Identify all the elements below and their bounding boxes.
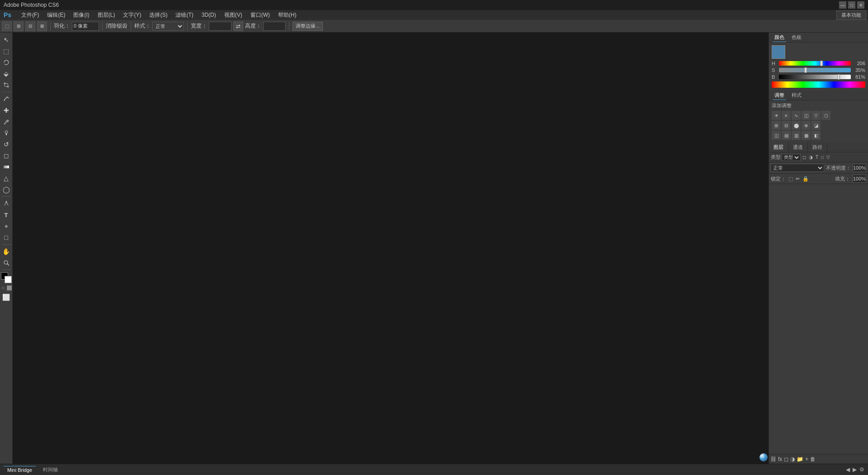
width-input[interactable] (209, 22, 231, 31)
close-button[interactable]: ✕ (857, 1, 864, 9)
healing-tool[interactable]: ✚ (1, 105, 12, 116)
color-tab[interactable]: 颜色 (773, 33, 786, 42)
move-tool[interactable]: ↖ (1, 34, 12, 45)
layer-filter-type-btn[interactable]: T (815, 155, 819, 160)
layer-filter-pixel-btn[interactable]: ◻ (802, 155, 807, 160)
adj-colorbalance-btn[interactable]: ⊞ (772, 121, 781, 130)
menu-file[interactable]: 文件(F) (18, 10, 42, 20)
menu-help[interactable]: 帮助(H) (274, 10, 300, 20)
menu-image[interactable]: 图像(I) (70, 10, 93, 20)
layer-mask-btn[interactable]: ◻ (784, 456, 788, 462)
opacity-input[interactable] (853, 164, 866, 172)
foreground-background-colors[interactable] (1, 272, 12, 283)
quick-mask-on[interactable]: □ (7, 285, 12, 290)
adj-gradient-map-btn[interactable]: ▦ (802, 131, 811, 140)
adj-posterize-btn[interactable]: ▤ (782, 131, 791, 140)
layer-adjustment-btn[interactable]: ◑ (790, 456, 795, 462)
s-slider[interactable] (779, 68, 851, 72)
lasso-tool[interactable] (1, 57, 12, 68)
layer-link-btn[interactable]: ⛓ (771, 456, 776, 462)
color-swatch[interactable] (772, 45, 785, 59)
adj-colorlookup-btn[interactable]: ◪ (811, 121, 821, 130)
menu-select[interactable]: 选择(S) (146, 10, 171, 20)
adj-threshold-btn[interactable]: ▥ (792, 131, 801, 140)
swap-dimensions-btn[interactable]: ⇄ (233, 21, 243, 31)
intersect-selection-btn[interactable]: ⊠ (37, 21, 47, 31)
menu-edit[interactable]: 编辑(E) (43, 10, 69, 20)
b-slider[interactable] (779, 75, 851, 79)
layer-group-btn[interactable]: 📁 (797, 456, 803, 462)
layer-type-select[interactable]: 类型 (782, 154, 801, 161)
zoom-tool[interactable] (1, 257, 12, 268)
menu-layer[interactable]: 图层(L) (94, 10, 119, 20)
minimize-button[interactable]: — (839, 1, 846, 9)
color-spectrum[interactable] (772, 81, 865, 88)
path-select-tool[interactable]: ⌖ (1, 221, 12, 232)
gradient-tool[interactable] (1, 162, 12, 172)
adj-brightness-btn[interactable]: ☀ (772, 111, 781, 120)
styles-tab[interactable]: 样式 (790, 91, 803, 100)
blur-tool[interactable]: △ (1, 173, 12, 184)
menu-window[interactable]: 窗口(W) (247, 10, 274, 20)
hand-tool[interactable]: ✋ (1, 246, 12, 257)
layer-style-btn[interactable]: fx (778, 456, 782, 462)
history-brush-tool[interactable]: ↺ (1, 139, 12, 150)
adj-levels-btn[interactable]: ≡ (782, 111, 791, 120)
adj-invert-btn[interactable]: ◫ (772, 131, 781, 140)
fill-input[interactable] (853, 175, 866, 183)
adj-bw-btn[interactable]: ⊟ (782, 121, 791, 130)
layer-blend-mode-select[interactable]: 正常 溶解 变暗 正片叠底 (771, 164, 824, 172)
adj-hsl-btn[interactable]: ⬡ (821, 111, 830, 120)
timeline-tab[interactable]: 时间轴 (39, 465, 61, 474)
layer-filter-shape-btn[interactable]: □ (820, 155, 825, 160)
adj-selective-color-btn[interactable]: ◧ (811, 131, 821, 140)
pen-tool[interactable] (1, 198, 12, 209)
layer-delete-btn[interactable]: 🗑 (810, 456, 816, 462)
lock-pixels-btn[interactable]: ⬚ (788, 176, 793, 182)
bottom-settings-btn[interactable]: ⚙ (859, 466, 864, 473)
adjustments-tab[interactable]: 调整 (773, 91, 786, 100)
subtract-selection-btn[interactable]: ⊟ (25, 21, 35, 31)
menu-view[interactable]: 视图(V) (221, 10, 246, 20)
clone-tool[interactable] (1, 128, 12, 138)
brush-tool[interactable] (1, 116, 12, 127)
adj-channelmixer-btn[interactable]: ⊕ (802, 121, 811, 130)
swatches-tab[interactable]: 色板 (790, 33, 803, 42)
new-selection-btn[interactable]: ⬚ (2, 21, 12, 31)
bottom-prev-btn[interactable]: ◀ (846, 466, 850, 473)
layer-filter-adj-btn[interactable]: ◑ (808, 155, 814, 160)
workspace-label[interactable]: 基本功能 (836, 10, 866, 20)
dodge-tool[interactable]: ◯ (1, 184, 12, 195)
crop-tool[interactable] (1, 80, 12, 90)
lock-position-btn[interactable]: ✏ (796, 176, 800, 182)
h-slider[interactable] (779, 61, 851, 66)
menu-filter[interactable]: 滤镜(T) (172, 10, 197, 20)
paths-tab[interactable]: 路径 (808, 142, 827, 152)
bottom-next-btn[interactable]: ▶ (853, 466, 857, 473)
maximize-button[interactable]: □ (848, 1, 855, 9)
feather-input[interactable] (72, 22, 99, 31)
quick-mask-off[interactable]: □ (1, 285, 6, 290)
text-tool[interactable]: T (1, 209, 12, 220)
layers-tab[interactable]: 图层 (769, 142, 788, 152)
background-color[interactable] (5, 276, 12, 283)
lock-all-btn[interactable]: 🔒 (802, 176, 809, 182)
style-select[interactable]: 正常 固定比例 固定大小 (152, 22, 184, 31)
adjust-edges-button[interactable]: 调整边缘... (292, 22, 323, 31)
add-selection-btn[interactable]: ⊞ (14, 21, 24, 31)
menu-3d[interactable]: 3D(D) (198, 11, 220, 19)
layer-filter-smart-btn[interactable]: ▽ (826, 155, 831, 160)
adj-curves-btn[interactable]: ∿ (792, 111, 801, 120)
shape-tool[interactable]: □ (1, 232, 12, 243)
eyedropper-tool[interactable] (1, 94, 12, 104)
menu-type[interactable]: 文字(Y) (119, 10, 145, 20)
screen-mode-btn[interactable]: ⬜ (1, 292, 12, 303)
adj-photofilter-btn[interactable]: ⬤ (792, 121, 801, 130)
marquee-tool[interactable]: ⬚ (1, 46, 12, 57)
adj-exposure-btn[interactable]: ◫ (802, 111, 811, 120)
color-globe-icon[interactable] (760, 453, 768, 461)
layer-new-btn[interactable]: + (805, 456, 808, 462)
mini-bridge-tab[interactable]: Mini Bridge (4, 466, 36, 474)
height-input[interactable] (263, 22, 286, 31)
channels-tab[interactable]: 通道 (788, 142, 808, 152)
